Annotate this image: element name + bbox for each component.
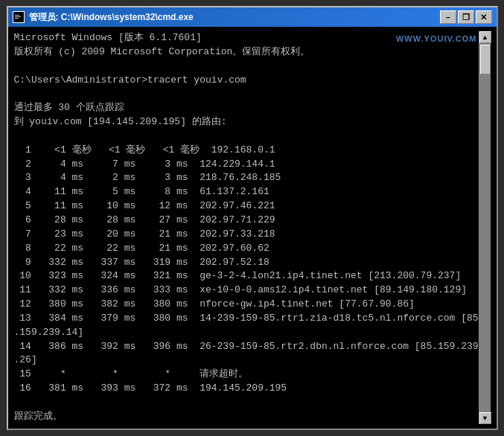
scrollbar-thumb[interactable]: [480, 45, 491, 74]
scrollbar[interactable]: ▲ ▼: [479, 31, 491, 424]
scrollbar-track[interactable]: [479, 43, 491, 412]
cmd-icon: [13, 11, 25, 23]
content-area: Microsoft Windows [版本 6.1.7601] 版权所有 (c)…: [8, 27, 497, 429]
window-title: 管理员: C:\Windows\system32\cmd.exe: [29, 11, 194, 24]
close-button[interactable]: ✕: [476, 10, 492, 24]
svg-rect-1: [15, 15, 19, 16]
window-controls: － ❐ ✕: [440, 10, 492, 24]
terminal-output[interactable]: Microsoft Windows [版本 6.1.7601] 版权所有 (c)…: [14, 31, 479, 424]
watermark: WWW.YOUIV.COM: [396, 34, 477, 43]
title-bar-left: 管理员: C:\Windows\system32\cmd.exe: [13, 11, 194, 24]
scroll-down-button[interactable]: ▼: [479, 412, 491, 424]
title-bar: 管理员: C:\Windows\system32\cmd.exe － ❐ ✕: [8, 7, 497, 27]
minimize-button[interactable]: －: [440, 10, 456, 24]
svg-rect-3: [15, 18, 19, 19]
restore-button[interactable]: ❐: [458, 10, 474, 24]
svg-rect-2: [15, 16, 21, 17]
scroll-up-button[interactable]: ▲: [479, 31, 491, 43]
cmd-window: 管理员: C:\Windows\system32\cmd.exe － ❐ ✕ M…: [7, 6, 498, 430]
